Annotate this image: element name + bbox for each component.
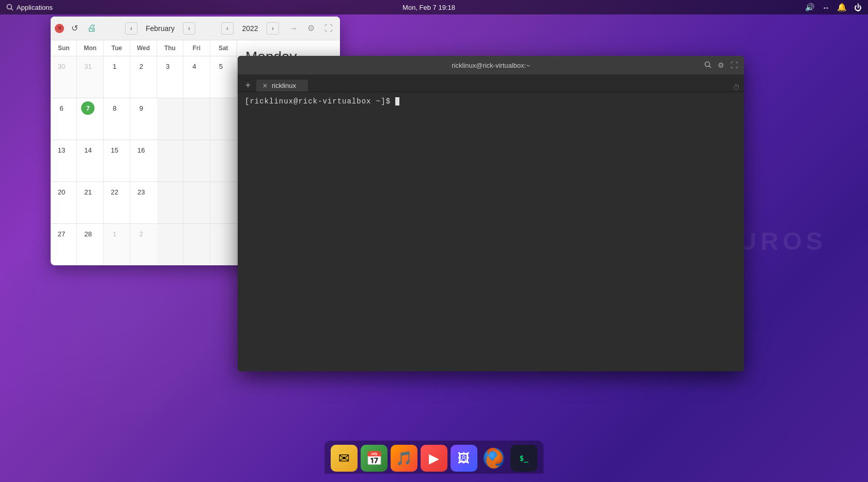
table-row[interactable]: 23 xyxy=(130,182,157,223)
dock-item-video[interactable]: ▶ xyxy=(421,445,447,472)
calendar-week-1: 30 31 1 2 3 4 5 xyxy=(51,56,237,98)
table-row[interactable]: 8 xyxy=(104,98,130,140)
terminal-tab-label: ricklinux xyxy=(272,82,296,89)
svg-line-3 xyxy=(709,66,711,68)
calendar-expand-button[interactable]: ⛶ xyxy=(321,21,336,36)
table-row[interactable] xyxy=(183,98,210,140)
table-row[interactable] xyxy=(157,140,183,182)
topbar-apps-label[interactable]: Applications xyxy=(17,4,53,11)
calendar-grid: Sun Mon Tue Wed Thu Fri Sat 30 31 1 2 3 … xyxy=(51,40,237,265)
calendar-day-headers: Sun Mon Tue Wed Thu Fri Sat xyxy=(51,40,237,56)
calendar-settings-button[interactable]: ⚙ xyxy=(304,21,318,36)
cal-header-tue: Tue xyxy=(104,40,130,56)
terminal-title: ricklinux@rick-virtualbox:~ xyxy=(452,62,530,69)
table-row[interactable] xyxy=(157,98,183,140)
terminal-search-button[interactable] xyxy=(704,61,711,70)
table-row[interactable]: 4 xyxy=(183,56,210,98)
cal-header-sat: Sat xyxy=(210,40,237,56)
calendar-week-3: 13 14 15 16 xyxy=(51,140,237,182)
notification-icon[interactable]: 🔔 xyxy=(837,3,847,12)
dock-item-firefox[interactable] xyxy=(481,445,507,472)
table-row[interactable]: 1 xyxy=(104,224,130,265)
table-row[interactable]: 5 xyxy=(210,56,237,98)
calendar-toolbar-right: → ⚙ ⛶ xyxy=(286,21,336,36)
table-row[interactable]: 3 xyxy=(157,56,183,98)
calendar-next-year-button[interactable]: › xyxy=(267,22,279,35)
table-row[interactable]: 20 xyxy=(51,182,77,223)
topbar: Applications Mon, Feb 7 19:18 🔊 ↔ 🔔 ⏻ xyxy=(0,0,868,14)
taskbar: ✉ 📅 🎵 ▶ 🖼 xyxy=(0,441,868,482)
table-row[interactable] xyxy=(183,140,210,182)
terminal-new-tab-button[interactable]: + xyxy=(242,79,254,92)
calendar-dock-icon: 📅 xyxy=(366,450,382,466)
table-row[interactable]: 21 xyxy=(77,182,103,223)
calendar-year-label: 2022 xyxy=(236,24,265,33)
table-row[interactable]: 30 xyxy=(51,56,77,98)
table-row[interactable] xyxy=(183,224,210,265)
table-row[interactable]: 9 xyxy=(130,98,157,140)
dock: ✉ 📅 🎵 ▶ 🖼 xyxy=(324,441,544,474)
image-viewer-icon: 🖼 xyxy=(458,451,470,465)
terminal-maximize-button[interactable]: ⛶ xyxy=(731,61,738,69)
terminal-tab-close-button[interactable]: ✕ xyxy=(262,82,268,89)
table-row[interactable] xyxy=(210,224,237,265)
cal-header-fri: Fri xyxy=(183,40,210,56)
table-row[interactable]: 2 xyxy=(130,56,157,98)
table-row[interactable]: 31 xyxy=(77,56,103,98)
terminal-window: ricklinux@rick-virtualbox:~ ⚙ ⛶ + ✕ rick… xyxy=(238,56,744,371)
table-row[interactable] xyxy=(157,224,183,265)
table-row[interactable]: 15 xyxy=(104,140,130,182)
firefox-icon xyxy=(481,445,507,472)
table-row[interactable]: 6 xyxy=(51,98,77,140)
network-icon[interactable]: ↔ xyxy=(822,3,830,12)
table-row[interactable] xyxy=(210,140,237,182)
table-row[interactable] xyxy=(183,182,210,223)
dock-item-image-viewer[interactable]: 🖼 xyxy=(451,445,477,472)
music-icon: 🎵 xyxy=(396,450,412,466)
dock-item-terminal[interactable]: $_ xyxy=(510,445,537,472)
terminal-cursor xyxy=(395,97,399,106)
table-row[interactable]: 7 xyxy=(77,98,103,140)
terminal-scrollback-button[interactable]: ⏱ xyxy=(733,83,740,92)
calendar-next-month-button[interactable]: › xyxy=(183,22,195,35)
search-icon xyxy=(6,4,13,11)
table-row[interactable]: 1 xyxy=(104,56,130,98)
dock-item-calendar[interactable]: 📅 xyxy=(361,445,388,472)
dock-item-mail[interactable]: ✉ xyxy=(331,445,358,472)
calendar-close-button[interactable]: ✕ xyxy=(55,24,64,33)
terminal-tabs: + ✕ ricklinux ⏱ xyxy=(238,74,744,92)
dock-item-music[interactable]: 🎵 xyxy=(391,445,417,472)
table-row[interactable]: 14 xyxy=(77,140,103,182)
cal-header-wed: Wed xyxy=(130,40,157,56)
calendar-week-2: 6 7 8 9 xyxy=(51,98,237,140)
calendar-month-label: February xyxy=(140,24,181,33)
table-row[interactable]: 27 xyxy=(51,224,77,265)
terminal-prompt-text: [ricklinux@rick-virtualbox ~]$ xyxy=(245,97,395,106)
topbar-datetime-text: Mon, Feb 7 19:18 xyxy=(402,4,455,11)
topbar-right: 🔊 ↔ 🔔 ⏻ xyxy=(805,3,862,12)
terminal-prompt: [ricklinux@rick-virtualbox ~]$ xyxy=(245,97,737,106)
terminal-settings-button[interactable]: ⚙ xyxy=(718,61,724,69)
calendar-prev-year-button[interactable]: ‹ xyxy=(221,22,234,35)
volume-icon[interactable]: 🔊 xyxy=(805,3,815,12)
terminal-body[interactable]: [ricklinux@rick-virtualbox ~]$ xyxy=(238,92,744,371)
calendar-print-button[interactable]: 🖨 xyxy=(85,21,99,36)
svg-point-0 xyxy=(7,5,12,9)
svg-point-2 xyxy=(705,62,710,66)
table-row[interactable]: 22 xyxy=(104,182,130,223)
svg-line-1 xyxy=(11,9,13,11)
topbar-datetime: Mon, Feb 7 19:18 xyxy=(402,4,455,11)
table-row[interactable] xyxy=(210,98,237,140)
table-row[interactable] xyxy=(157,182,183,223)
terminal-tab[interactable]: ✕ ricklinux xyxy=(256,80,308,92)
table-row[interactable]: 16 xyxy=(130,140,157,182)
table-row[interactable] xyxy=(210,182,237,223)
table-row[interactable]: 13 xyxy=(51,140,77,182)
table-row[interactable]: 2 xyxy=(130,224,157,265)
calendar-forward-button[interactable]: → xyxy=(286,21,301,36)
power-icon[interactable]: ⏻ xyxy=(854,3,862,12)
table-row[interactable]: 28 xyxy=(77,224,103,265)
calendar-refresh-button[interactable]: ↺ xyxy=(67,21,82,36)
calendar-prev-month-button[interactable]: ‹ xyxy=(125,22,137,35)
calendar-week-4: 20 21 22 23 xyxy=(51,182,237,224)
